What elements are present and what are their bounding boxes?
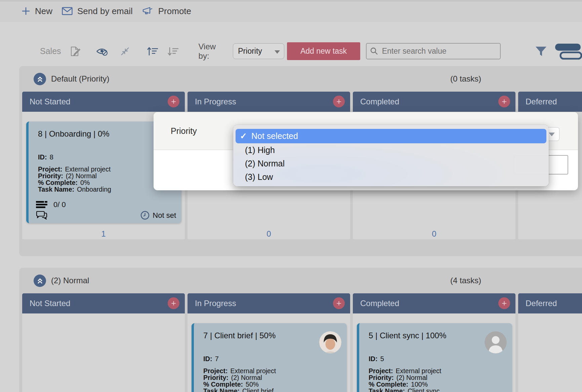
task-card[interactable]: 7 | Client brief | 50% ID:7 Project:Exte… [192,323,347,392]
option-not-selected[interactable]: ✓ Not selected [236,129,546,143]
column-title: Deferred [526,97,557,106]
board-view-icon[interactable] [555,43,582,60]
column-title: Completed [360,299,399,308]
option-label: Not selected [251,131,298,141]
collapse-section-button[interactable] [34,73,46,85]
checklist-icon [36,201,48,209]
column-in-progress: In Progress + 7 | Client brief | 50% ID:… [188,293,350,392]
section-normal-priority: (2) Normal (4 tasks) Not Started + In Pr… [19,268,582,392]
hide-preview-icon[interactable] [96,47,109,56]
option-low[interactable]: (3) Low [233,170,549,184]
sort-descending-icon[interactable] [167,46,179,56]
add-card-button[interactable]: + [333,297,345,309]
id-value: 8 [50,153,53,161]
chat-bubbles-icon [36,210,47,220]
card-field-priority: Priority:(2) Normal [369,374,512,381]
card-field-project: Project:External project [203,368,347,374]
view-by-value: Priority [238,47,262,56]
double-chevron-up-icon [36,277,44,285]
section-header: (2) Normal [19,268,582,293]
checkmark-icon: ✓ [240,131,247,141]
section-header: Default (Priority) [19,66,582,92]
edit-view-icon[interactable] [70,46,80,57]
column-body [518,313,582,392]
card-fields: Project:External project Priority:(2) No… [203,368,347,392]
column-deferred: Deferred + [518,293,582,392]
column-count: 0 [188,229,350,239]
add-new-task-button[interactable]: Add new task [287,42,360,60]
column-header: In Progress + [188,293,350,313]
card-field-priority: Priority:(2) Normal [203,374,347,381]
id-value: 7 [215,355,219,362]
column-header: Completed + [353,293,515,313]
column-count: 1 [22,229,185,239]
card-due-date: Not set [140,211,176,220]
id-value: 5 [380,355,384,362]
top-menu-bar: New Send by email Promote [0,0,582,22]
id-label: ID: [369,355,378,362]
clock-icon [140,211,150,220]
column-completed: Completed + 5 | Client sync | 100% ID:5 … [353,293,515,392]
column-header: Not Started + [22,293,185,313]
send-by-email-button[interactable]: Send by email [62,6,133,16]
promote-label: Promote [158,6,191,16]
new-button[interactable]: New [22,6,52,16]
add-card-button[interactable]: + [498,297,510,309]
caret-down-icon [275,50,280,54]
card-field-complete: % Complete:100% [369,381,512,388]
option-high[interactable]: (1) High [233,143,549,157]
add-card-button[interactable]: + [168,297,179,309]
view-by-label: View by: [199,42,227,61]
card-checklist: 0/ 0 [36,200,181,209]
plus-icon [22,7,30,15]
checklist-count: 0/ 0 [53,200,66,209]
column-header: Deferred + [518,293,582,313]
assignee-avatar-photo [319,331,341,353]
card-field-project: Project:External project [369,368,512,374]
column-header: Completed + [353,92,515,112]
filter-icon[interactable] [535,46,547,57]
column-title: Deferred [526,299,557,308]
new-label: New [35,6,52,16]
assignee-avatar-placeholder [485,331,507,353]
add-card-button[interactable]: + [168,96,179,107]
option-normal[interactable]: (2) Normal [233,157,549,170]
collapse-all-icon[interactable] [119,46,131,57]
priority-field-label: Priority [171,126,197,136]
search-box[interactable] [366,43,501,59]
column-header: In Progress + [188,92,350,112]
add-card-button[interactable]: + [498,96,510,107]
sort-ascending-icon[interactable] [147,46,158,56]
search-icon [370,47,379,56]
promote-button[interactable]: Promote [142,6,191,16]
kanban-page: New Send by email Promote Sales [0,0,582,392]
id-label: ID: [203,355,212,362]
card-field-taskname: Task Name:Client sync [369,388,512,392]
collapse-section-button[interactable] [34,275,46,287]
column-title: Completed [360,97,399,106]
search-input[interactable] [381,46,497,56]
column-body: 7 | Client brief | 50% ID:7 Project:Exte… [188,313,350,392]
columns-row: Not Started + In Progress + 7 | Client b… [19,293,582,392]
column-header: Deferred + [518,92,582,112]
column-header: Not Started + [22,92,185,112]
section-title: (2) Normal [51,276,89,285]
section-task-count: (0 tasks) [450,66,481,92]
id-label: ID: [38,153,47,161]
priority-dropdown-menu: ✓ Not selected (1) High (2) Normal (3) L… [233,125,549,186]
view-by-select[interactable]: Priority [233,43,284,59]
column-title: Not Started [30,299,70,308]
column-count: 0 [353,229,515,239]
column-title: In Progress [195,97,236,106]
column-title: Not Started [30,97,70,106]
send-by-email-label: Send by email [77,6,133,16]
add-card-button[interactable]: + [333,96,345,107]
board-name: Sales [40,46,61,56]
card-field-complete: % Complete:50% [203,381,347,388]
column-body [22,313,185,392]
megaphone-icon [142,7,154,15]
caret-down-icon [549,133,555,136]
task-card[interactable]: 5 | Client sync | 100% ID:5 Project:Exte… [357,323,512,392]
column-title: In Progress [195,299,236,308]
board-toolbar: Sales View by: Priority Add new task [0,22,582,66]
